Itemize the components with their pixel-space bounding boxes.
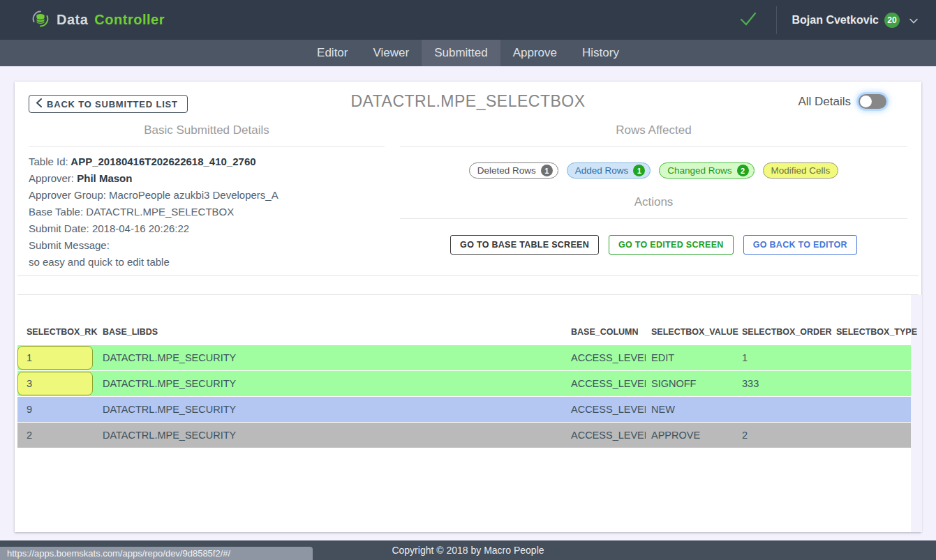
grid-cell: ACCESS_LEVEL (565, 397, 646, 422)
grid-cell: DATACTRL.MPE_SECURITY (97, 397, 565, 422)
database-logo-icon (31, 9, 50, 31)
grid-cell: ACCESS_LEVEL (565, 371, 646, 396)
cell-value: 9 (17, 404, 32, 415)
table-row-deleted: 2DATACTRL.MPE_SECURITYACCESS_LEVELAPPROV… (17, 423, 911, 448)
badge-count: 2 (737, 165, 749, 176)
nav-tabs: EditorViewerSubmittedApproveHistory (0, 40, 936, 66)
chevron-down-icon (909, 14, 918, 27)
rows-affected-heading: Rows Affected (400, 123, 907, 142)
grid-cell: 3 (17, 371, 97, 396)
grid-cell: 1 (17, 345, 97, 370)
grid-body: 1DATACTRL.MPE_SECURITYACCESS_LEVELEDIT13… (17, 345, 911, 448)
toggle-knob (860, 96, 872, 107)
grid-cell: ACCESS_LEVEL (565, 423, 646, 448)
column-header-base_column[interactable]: BASE_COLUMN (565, 327, 646, 337)
grid-cell: 333 (736, 371, 831, 396)
go-back-to-editor-button[interactable]: GO BACK TO EDITOR (743, 235, 857, 255)
rows-affected-badges: Deleted Rows1Added Rows1Changed Rows2Mod… (400, 162, 907, 179)
grid-cell: 2 (736, 423, 831, 448)
grid-cell: 1 (736, 345, 831, 370)
actions-heading: Actions (400, 195, 907, 213)
table-row-added: 9DATACTRL.MPE_SECURITYACCESS_LEVELNEW (17, 397, 911, 422)
column-header-base_libds[interactable]: BASE_LIBDS (97, 327, 565, 337)
detail-label: Submit Message: (29, 239, 110, 251)
cell-value: 2 (17, 430, 32, 441)
detail-field: Base Table: DATACTRL.MPE_SELECTBOX (29, 204, 385, 220)
detail-value: Phil Mason (74, 172, 132, 184)
grid-cell: SIGNOFF (646, 371, 736, 396)
all-details-control: All Details (798, 94, 886, 109)
header-divider (776, 6, 777, 34)
browser-status-url: https://apps.boemskats.com/apps/repo/dev… (0, 547, 313, 560)
tab-history[interactable]: History (570, 40, 632, 66)
table-row-changed: 1DATACTRL.MPE_SECURITYACCESS_LEVELEDIT1 (17, 345, 911, 370)
rows-affected-grid: SELECTBOX_RKBASE_LIBDSBASE_COLUMNSELECTB… (17, 319, 911, 448)
submitted-detail-card: BACK TO SUBMITTED LIST DATACTRL.MPE_SELE… (15, 82, 921, 532)
all-details-label: All Details (798, 95, 851, 109)
detail-field: Approver: Phil Mason (29, 170, 385, 187)
table-row-changed: 3DATACTRL.MPE_SECURITYACCESS_LEVELSIGNOF… (17, 371, 911, 396)
grid-cell (831, 397, 911, 422)
deleted-rows-badge[interactable]: Deleted Rows1 (469, 162, 558, 179)
changed-rows-badge[interactable]: Changed Rows2 (659, 162, 754, 179)
user-name: Bojan Cvetkovic (792, 14, 879, 27)
app-header: Data Controller Bojan Cvetkovic 20 (0, 0, 936, 40)
detail-field: so easy and quick to edit table (29, 254, 385, 271)
actions-buttons: GO TO BASE TABLE SCREENGO TO EDITED SCRE… (400, 235, 907, 255)
grid-cell (831, 423, 911, 448)
section-divider (29, 146, 385, 147)
grid-cell: ACCESS_LEVEL (565, 345, 646, 370)
basic-details-section: Basic Submitted Details Table Id: APP_20… (29, 123, 385, 271)
added-rows-badge[interactable]: Added Rows1 (567, 162, 651, 179)
tab-approve[interactable]: Approve (500, 40, 570, 66)
grid-cell: DATACTRL.MPE_SECURITY (97, 371, 565, 396)
grid-header-row: SELECTBOX_RKBASE_LIBDSBASE_COLUMNSELECTB… (17, 319, 911, 345)
badge-label: Added Rows (575, 165, 629, 176)
detail-label: Base Table: (29, 206, 83, 218)
modified-cell: 3 (17, 372, 93, 395)
all-details-toggle[interactable] (859, 94, 886, 109)
detail-value: DATACTRL.MPE_SELECTBOX (83, 206, 234, 218)
grid-cell: 2 (17, 423, 97, 448)
grid-cell (831, 345, 911, 370)
column-header-selectbox_value[interactable]: SELECTBOX_VALUE (646, 327, 736, 337)
column-header-selectbox_rk[interactable]: SELECTBOX_RK (17, 327, 97, 337)
logo-text-controller: Controller (94, 12, 165, 28)
grid-cell: APPROVE (646, 423, 736, 448)
section-divider (400, 146, 907, 147)
check-icon (738, 10, 758, 30)
rows-affected-section: Rows Affected Deleted Rows1Added Rows1Ch… (400, 123, 907, 255)
tab-submitted[interactable]: Submitted (422, 40, 500, 66)
go-to-base-table-screen-button[interactable]: GO TO BASE TABLE SCREEN (450, 235, 599, 255)
details-fields: Table Id: APP_20180416T202622618_410_276… (29, 153, 385, 271)
badge-count: 1 (541, 165, 553, 176)
detail-field: Table Id: APP_20180416T202622618_410_276… (29, 153, 385, 170)
detail-field: Submit Date: 2018-04-16 20:26:22 (29, 220, 385, 237)
go-to-edited-screen-button[interactable]: GO TO EDITED SCREEN (609, 235, 734, 255)
column-header-selectbox_order[interactable]: SELECTBOX_ORDER (736, 327, 831, 337)
logo-text-data: Data (57, 12, 88, 28)
tab-viewer[interactable]: Viewer (360, 40, 422, 66)
grid-cell: DATACTRL.MPE_SECURITY (97, 345, 565, 370)
detail-field: Submit Message: (29, 237, 385, 254)
detail-field: Approver Group: MacroPeople azukbi3 Deve… (29, 187, 385, 204)
tab-editor[interactable]: Editor (304, 40, 360, 66)
detail-value: MacroPeople azukbi3 Developers_A (106, 189, 278, 201)
badge-label: Changed Rows (667, 165, 731, 176)
detail-label: Submit Date: (29, 222, 89, 234)
detail-value: 2018-04-16 20:26:22 (89, 222, 189, 234)
card-divider (17, 275, 919, 276)
section-divider (400, 218, 907, 219)
grid-cell: NEW (646, 397, 736, 422)
page-title: DATACTRL.MPE_SELECTBOX (15, 92, 921, 111)
grid-cell (831, 371, 911, 396)
modified-rows-badge[interactable]: Modified Cells (763, 162, 839, 179)
user-menu[interactable]: Bojan Cvetkovic 20 (792, 13, 918, 28)
detail-label: Approver: (29, 172, 74, 184)
app-logo[interactable]: Data Controller (0, 9, 165, 31)
detail-label: Table Id: (29, 156, 68, 167)
detail-label: Approver Group: (29, 189, 106, 201)
badge-label: Modified Cells (771, 165, 831, 176)
modified-cell: 1 (17, 346, 93, 370)
column-header-selectbox_type[interactable]: SELECTBOX_TYPE (831, 327, 911, 337)
